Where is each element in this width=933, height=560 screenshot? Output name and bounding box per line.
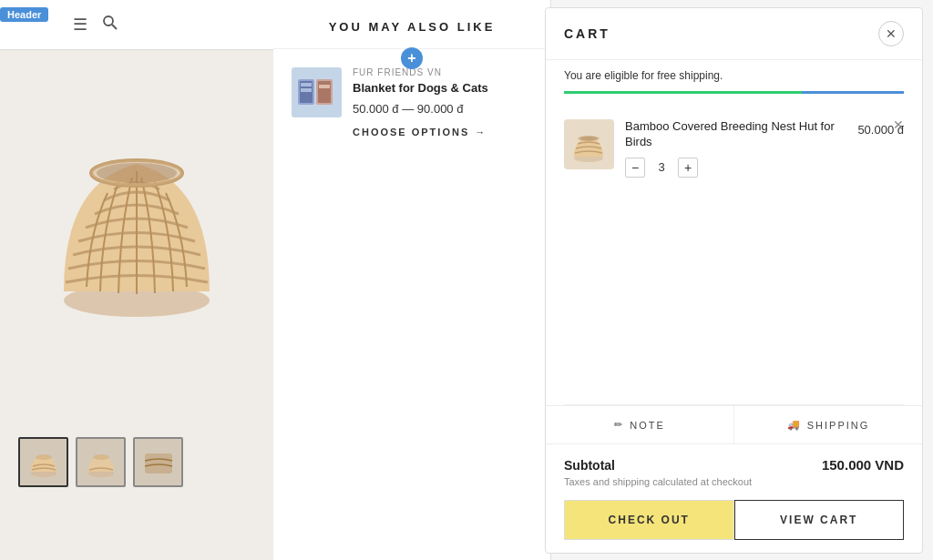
checkout-button[interactable]: CHECK OUT — [564, 500, 734, 540]
view-cart-button[interactable]: VIEW CART — [734, 500, 905, 540]
cart-item-details: Bamboo Covered Breeding Nest Hut for Bir… — [625, 119, 846, 178]
shipping-progress-bar — [564, 91, 904, 94]
quantity-increase-button[interactable]: + — [678, 158, 698, 178]
quantity-control: − 3 + — [625, 158, 846, 178]
note-button[interactable]: ✏ NOTE — [546, 406, 733, 443]
note-icon: ✏ — [614, 419, 624, 431]
close-cart-button[interactable]: ✕ — [878, 21, 904, 46]
product-area — [0, 0, 273, 560]
add-circle-icon[interactable]: + — [401, 47, 423, 69]
subtotal-row: Subtotal 150.000 VND — [564, 457, 904, 473]
product-name: Blanket for Dogs & Cats — [353, 81, 532, 97]
note-label: NOTE — [630, 420, 665, 431]
cart-items-list: Bamboo Covered Breeding Nest Hut for Bir… — [546, 103, 922, 404]
svg-point-5 — [36, 454, 52, 460]
quantity-value: 3 — [654, 160, 669, 174]
svg-point-20 — [579, 137, 598, 141]
also-like-panel: YOU MAY ALSO LIKE + FUR FRIENDS VN Blank… — [273, 0, 551, 560]
cart-actions: ✏ NOTE 🚚 SHIPPING — [546, 405, 922, 444]
shipping-notice: You are eligible for free shipping. — [546, 60, 922, 91]
menu-icon[interactable]: ☰ — [73, 15, 87, 35]
product-thumbnail — [292, 67, 342, 117]
taxes-note: Taxes and shipping calculated at checkou… — [564, 476, 904, 487]
search-icon[interactable] — [102, 15, 118, 35]
thumbnail-row — [18, 437, 183, 487]
svg-line-10 — [112, 25, 117, 29]
cart-item: Bamboo Covered Breeding Nest Hut for Bir… — [564, 112, 904, 185]
checkout-buttons: CHECK OUT VIEW CART — [564, 500, 904, 540]
cart-item-image — [564, 119, 614, 169]
remove-item-button[interactable]: ✕ — [893, 117, 904, 132]
svg-rect-13 — [301, 83, 312, 87]
shipping-label: SHIPPING — [807, 420, 870, 431]
thumbnail-1[interactable] — [18, 437, 68, 487]
cart-footer: Subtotal 150.000 VND Taxes and shipping … — [546, 444, 922, 553]
cart-header: CART ✕ — [546, 8, 922, 60]
product-info: FUR FRIENDS VN Blanket for Dogs & Cats 5… — [353, 67, 532, 137]
header-bar: Header ☰ — [0, 0, 273, 50]
product-main-image — [0, 0, 273, 437]
thumbnail-3[interactable] — [133, 437, 183, 487]
svg-rect-17 — [319, 85, 330, 88]
subtotal-label: Subtotal — [564, 458, 615, 473]
shipping-button[interactable]: 🚚 SHIPPING — [734, 406, 922, 443]
svg-rect-14 — [301, 88, 312, 92]
product-price: 50.000 đ — 90.000 đ — [353, 102, 532, 116]
shipping-icon: 🚚 — [787, 419, 802, 431]
svg-rect-8 — [145, 453, 172, 473]
svg-point-3 — [97, 163, 177, 183]
choose-options-button[interactable]: CHOOSE OPTIONS → — [353, 127, 487, 137]
svg-point-7 — [93, 454, 109, 460]
thumbnail-2[interactable] — [76, 437, 126, 487]
svg-rect-16 — [318, 81, 331, 103]
cart-title: CART — [564, 26, 610, 41]
svg-point-9 — [104, 16, 113, 25]
cart-panel: CART ✕ You are eligible for free shippin… — [545, 7, 923, 554]
basket-illustration — [46, 91, 228, 346]
also-like-header: YOU MAY ALSO LIKE — [273, 0, 550, 49]
cart-item-name: Bamboo Covered Breeding Nest Hut for Bir… — [625, 119, 846, 150]
header-badge: Header — [0, 7, 48, 22]
quantity-decrease-button[interactable]: − — [625, 158, 645, 178]
subtotal-amount: 150.000 VND — [822, 457, 904, 473]
also-like-title: YOU MAY ALSO LIKE — [329, 20, 496, 34]
brand-name: FUR FRIENDS VN — [353, 67, 532, 77]
